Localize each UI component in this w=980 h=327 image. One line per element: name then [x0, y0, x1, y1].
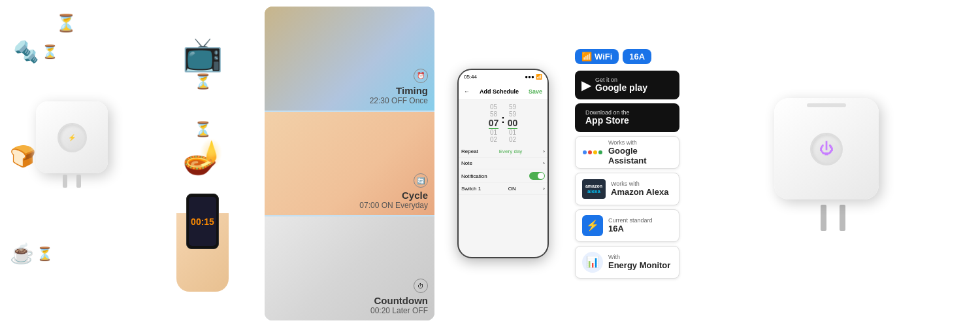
energy-label: Energy Monitor — [608, 260, 670, 270]
center-plug: ⚡ — [36, 101, 108, 173]
time-dim-7: 01 — [509, 129, 516, 136]
app-features-panel: ⏰ Timing 22:30 OFF Once 🔄 Cycle 07:00 ON… — [265, 7, 434, 320]
time-dim-3: 01 — [490, 129, 497, 136]
hand-phone: 00:15 — [176, 213, 229, 292]
ga-works-with: Works with — [608, 139, 672, 146]
ga-brand: Google Assistant — [608, 146, 672, 165]
cycle-title: Cycle — [359, 190, 428, 201]
dot-red — [588, 150, 592, 154]
cycle-label: 🔄 Cycle 07:00 ON Everyday — [359, 173, 428, 210]
product-section: ⏻ — [686, 0, 980, 327]
microwave-item: 📺 ⏳ — [182, 35, 223, 90]
time-dim-5: 59 — [509, 103, 516, 111]
google-play-main: Google play — [595, 83, 647, 93]
phone-screen: 05:44 ●●● 📶 ← Add Schedule Save 05 58 07… — [459, 70, 547, 257]
appliances-section: 🔩 ⏳ ⏳ 🍞 ⏳ ☕ ⏳ ⚡ — [0, 0, 144, 327]
google-play-badge[interactable]: ▶ Get it on Google play — [575, 71, 679, 99]
phone-signal: ●●● 📶 — [525, 74, 542, 80]
energy-text-block: With Energy Monitor — [608, 254, 670, 270]
amp-label: 16A — [629, 52, 645, 61]
badges-section: 📶 WiFi 16A ▶ Get it on Google play Downl… — [568, 0, 686, 327]
plug-pins — [774, 205, 892, 231]
hand-phone-section: 00:15 — [176, 213, 229, 292]
time-dim-6: 59 — [509, 111, 516, 118]
plug-slot — [807, 103, 846, 107]
alexa-text: alexa — [587, 188, 600, 194]
google-play-sub: Get it on — [595, 77, 647, 83]
time-separator: : — [501, 114, 504, 132]
mini-phone-screen: 00:15 — [189, 197, 216, 246]
phone-time: 05:44 — [464, 74, 477, 80]
main-container: 🔩 ⏳ ⏳ 🍞 ⏳ ☕ ⏳ ⚡ — [0, 0, 980, 327]
energy-badge: 📊 With Energy Monitor — [575, 246, 679, 279]
phone-status-bar: 05:44 ●●● 📶 — [459, 70, 547, 83]
plug-prong-1 — [63, 175, 67, 188]
plug-button: ⚡ — [57, 123, 87, 152]
product-power-button[interactable]: ⏻ — [810, 133, 843, 165]
top-badges: 📶 WiFi 16A — [575, 49, 679, 64]
phone-row-note: Note › — [459, 158, 547, 169]
phone-row-switch: Switch 1 ON › — [459, 183, 547, 195]
app-store-main: App Store — [585, 116, 630, 126]
countdown-subtitle: 00:20 Later OFF — [370, 306, 428, 315]
lightning-icon-wrapper: ⚡ — [582, 215, 603, 236]
plug-body: ⚡ — [36, 101, 108, 173]
feature-cycle: 🔄 Cycle 07:00 ON Everyday — [265, 112, 434, 217]
mini-phone: 00:15 — [186, 194, 219, 249]
amazon-logo: amazon alexa — [582, 179, 606, 199]
timer-display: 00:15 — [191, 216, 214, 227]
lightning-icon: ⚡ — [586, 219, 599, 232]
microwave-icon: 📺 — [182, 36, 223, 73]
phone-row-notification: Notification — [459, 169, 547, 183]
cycle-icon: 🔄 — [414, 173, 428, 188]
countdown-icon: ⏱ — [414, 279, 428, 293]
phone-mockup: 05:44 ●●● 📶 ← Add Schedule Save 05 58 07… — [457, 69, 549, 258]
amp-badge: 16A — [623, 49, 651, 64]
time-minutes[interactable]: 00 — [508, 118, 518, 129]
chevron-1[interactable]: › — [543, 148, 545, 154]
note-label: Note — [461, 160, 472, 166]
hourglass-icon-5: ⏳ — [182, 73, 223, 90]
chevron-2[interactable]: › — [543, 160, 545, 166]
google-assistant-badge: Works with Google Assistant — [575, 136, 679, 169]
energy-with-label: With — [608, 254, 670, 260]
lamp-item: ⏳ 🪔 — [182, 121, 223, 176]
notification-label: Notification — [461, 173, 487, 179]
phone-header: ← Add Schedule Save — [459, 83, 547, 100]
hourglass-icon-2: ⏳ — [56, 13, 76, 33]
google-dots — [583, 150, 602, 154]
timing-label: ⏰ Timing 22:30 OFF Once — [370, 69, 428, 105]
countdown-title: Countdown — [370, 295, 428, 306]
phone-row-repeat: Repeat Every day › — [459, 146, 547, 158]
amazon-text: amazon — [585, 184, 602, 188]
dot-yellow — [593, 150, 597, 154]
save-button[interactable]: Save — [529, 88, 542, 95]
time-dim-4: 02 — [490, 136, 497, 143]
switch-value: ON — [508, 186, 516, 192]
appliance-iron: 🔩 ⏳ — [13, 39, 58, 64]
app-store-badge[interactable]: Download on the App Store — [575, 103, 679, 132]
wifi-badge: 📶 WiFi — [575, 49, 619, 64]
notification-toggle[interactable] — [529, 172, 545, 180]
alexa-text-block: Works with Amazon Alexa — [611, 181, 668, 197]
screen-title: Add Schedule — [480, 88, 519, 95]
countdown-label: ⏱ Countdown 00:20 Later OFF — [370, 279, 428, 315]
google-play-text: Get it on Google play — [595, 77, 647, 93]
back-arrow[interactable]: ← — [464, 88, 470, 95]
google-play-icon: ▶ — [581, 77, 591, 93]
switch-label: Switch 1 — [461, 186, 481, 192]
app-store-text: Download on the App Store — [585, 109, 630, 126]
phone-time-picker: 05 58 07 01 02 : 59 59 00 01 02 — [459, 100, 547, 146]
energy-icon: 📊 — [586, 256, 599, 268]
chevron-3[interactable]: › — [543, 186, 545, 192]
time-dim-1: 05 — [490, 103, 497, 111]
hourglass-icon-6: ⏳ — [194, 121, 212, 137]
hourglass-icon-4: ⏳ — [37, 246, 53, 262]
time-hours[interactable]: 07 — [489, 118, 499, 129]
timing-title: Timing — [370, 85, 428, 96]
current-badge: ⚡ Current standard 16A — [575, 209, 679, 242]
repeat-value: Every day — [499, 148, 523, 154]
amazon-alexa-badge: amazon alexa Works with Amazon Alexa — [575, 173, 679, 205]
plug-prongs — [63, 175, 81, 188]
wifi-icon: 📶 — [581, 52, 592, 61]
